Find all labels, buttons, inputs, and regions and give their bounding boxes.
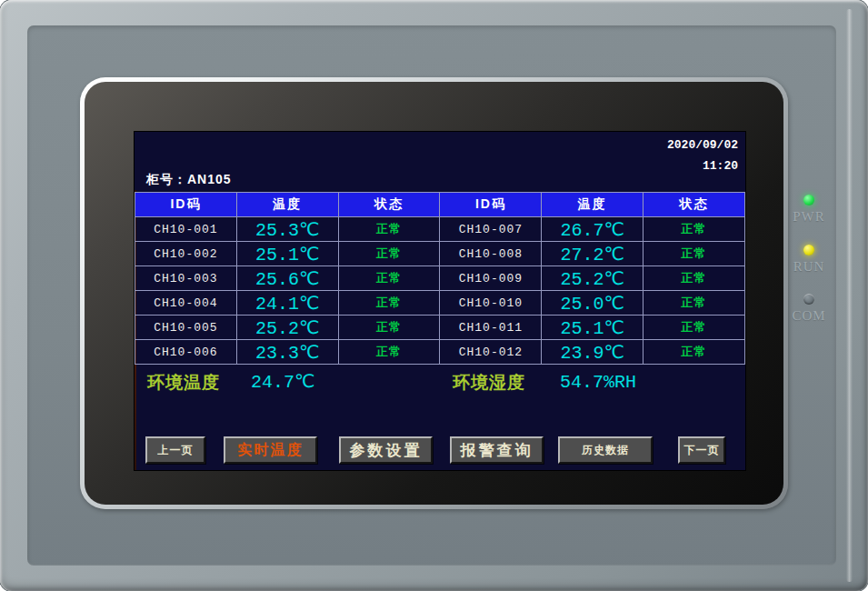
status-cell: 正常 (644, 266, 745, 291)
cabinet-number-label: 柜号：AN105 (146, 172, 232, 188)
temperature-cell: 25.3℃ (236, 217, 338, 242)
ambient-humidity-label: 环境湿度 (453, 371, 525, 395)
time-text: 11:20 (667, 155, 738, 176)
table-header-row: ID码温度状态ID码温度状态 (135, 193, 745, 217)
status-cell: 正常 (338, 242, 440, 266)
channel-id-cell: CH10-009 (440, 266, 542, 291)
channel-id-cell: CH10-011 (440, 316, 542, 340)
led-block: PWRRUNCOM (787, 195, 831, 324)
temperature-cell: 27.2℃ (542, 242, 644, 266)
hmi-device-frame: 2020/09/02 11:20 柜号：AN105 ID码温度状态ID码温度状态… (0, 0, 868, 591)
ambient-readout: 环境温度 24.7℃ 环境湿度 54.7%RH (135, 371, 745, 395)
temperature-cell: 23.3℃ (236, 340, 338, 365)
temperature-cell: 24.1℃ (236, 291, 338, 316)
led-indicator-run: RUN (787, 245, 831, 275)
channel-id-cell: CH10-010 (440, 291, 542, 316)
status-cell: 正常 (338, 340, 440, 365)
status-cell: 正常 (338, 266, 440, 291)
nav-button-next-page[interactable]: 下一页 (678, 436, 725, 464)
status-cell: 正常 (644, 316, 745, 340)
temperature-cell: 25.1℃ (542, 316, 644, 340)
ambient-temp-label: 环境温度 (147, 371, 220, 395)
led-indicator-pwr: PWR (787, 195, 831, 225)
pwr-led-icon (803, 195, 814, 205)
temperature-cell: 25.2℃ (542, 266, 644, 291)
channel-id-cell: CH10-012 (440, 340, 542, 365)
temperature-cell: 25.0℃ (542, 291, 644, 316)
nav-button-alarm-query[interactable]: 报警查询 (450, 436, 544, 464)
column-header: ID码 (135, 193, 237, 217)
column-header: 状态 (644, 193, 745, 217)
column-header: 状态 (338, 193, 440, 217)
temperature-cell: 25.1℃ (236, 242, 338, 266)
column-header: ID码 (440, 193, 542, 217)
date-text: 2020/09/02 (667, 135, 738, 155)
channel-id-cell: CH10-004 (135, 291, 237, 316)
screen-glass-ring: 2020/09/02 11:20 柜号：AN105 ID码温度状态ID码温度状态… (80, 77, 788, 509)
table-row: CH10-00623.3℃正常CH10-01223.9℃正常 (135, 340, 745, 365)
table-row: CH10-00225.1℃正常CH10-00827.2℃正常 (135, 242, 745, 266)
run-led-icon (803, 245, 814, 255)
channel-id-cell: CH10-001 (135, 217, 237, 242)
temperature-cell: 23.9℃ (542, 340, 644, 365)
temperature-cell: 25.6℃ (236, 266, 338, 291)
table-row: CH10-00525.2℃正常CH10-01125.1℃正常 (135, 316, 745, 340)
channel-id-cell: CH10-007 (440, 217, 542, 242)
ambient-humidity-value: 54.7%RH (560, 371, 636, 395)
temperature-cell: 25.2℃ (236, 316, 338, 340)
datetime-display: 2020/09/02 11:20 (667, 135, 738, 176)
led-indicator-com: COM (787, 294, 831, 324)
channel-table: ID码温度状态ID码温度状态 CH10-00125.3℃正常CH10-00726… (135, 192, 745, 365)
status-cell: 正常 (338, 217, 440, 242)
temperature-cell: 26.7℃ (542, 217, 644, 242)
table-row: CH10-00125.3℃正常CH10-00726.7℃正常 (135, 217, 745, 242)
table-row: CH10-00325.6℃正常CH10-00925.2℃正常 (135, 266, 745, 291)
status-cell: 正常 (644, 217, 745, 242)
status-cell: 正常 (644, 242, 745, 266)
com-led-label: COM (787, 308, 831, 324)
nav-button-realtime-temp[interactable]: 实时温度 (224, 436, 317, 464)
column-header: 温度 (236, 193, 338, 217)
nav-button-history-data[interactable]: 历史数据 (558, 436, 653, 464)
lcd-screen: 2020/09/02 11:20 柜号：AN105 ID码温度状态ID码温度状态… (135, 132, 745, 470)
status-cell: 正常 (644, 340, 745, 365)
table-row: CH10-00424.1℃正常CH10-01025.0℃正常 (135, 291, 745, 316)
channel-id-cell: CH10-005 (135, 316, 237, 340)
status-cell: 正常 (644, 291, 745, 316)
com-led-icon (803, 294, 814, 305)
channel-id-cell: CH10-002 (135, 242, 237, 266)
nav-button-prev-page[interactable]: 上一页 (145, 436, 205, 464)
channel-id-cell: CH10-008 (440, 242, 542, 266)
channel-id-cell: CH10-006 (135, 340, 237, 365)
ambient-temp-value: 24.7℃ (251, 371, 314, 395)
pwr-led-label: PWR (787, 209, 831, 225)
column-header: 温度 (542, 193, 644, 217)
status-cell: 正常 (338, 316, 440, 340)
table-body: CH10-00125.3℃正常CH10-00726.7℃正常CH10-00225… (135, 217, 745, 365)
screen-glass: 2020/09/02 11:20 柜号：AN105 ID码温度状态ID码温度状态… (85, 82, 783, 505)
channel-id-cell: CH10-003 (135, 266, 237, 291)
nav-button-param-settings[interactable]: 参数设置 (339, 436, 433, 464)
run-led-label: RUN (787, 259, 831, 275)
status-cell: 正常 (338, 291, 440, 316)
